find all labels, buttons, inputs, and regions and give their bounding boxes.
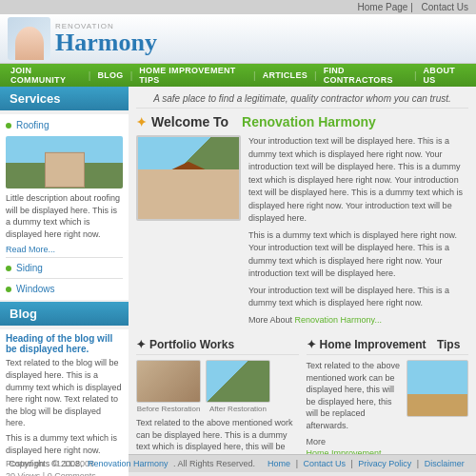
portfolio-title-text: Portfolio Works xyxy=(149,338,234,351)
roofing-dot xyxy=(6,123,11,129)
improvement-image xyxy=(407,360,468,417)
welcome-para-1: Your introduction text will be displayed… xyxy=(248,135,468,226)
improvement-title-text: Home Improvement xyxy=(320,338,426,351)
logo-area: RENOVATION Harmony xyxy=(55,23,157,55)
improvement-more: More Home Improvement Tips... xyxy=(307,436,403,454)
nav-articles[interactable]: Articles xyxy=(256,64,314,87)
after-label: After Restoration xyxy=(206,405,270,413)
improvement-title-text-2: Tips xyxy=(437,338,460,351)
siding-label: Siding xyxy=(16,263,43,273)
welcome-star-icon: ✦ xyxy=(136,115,147,129)
before-image-wrapper: Before Restoration xyxy=(136,360,201,413)
contact-us-link[interactable]: Contact Us xyxy=(422,2,468,12)
welcome-para-3: Your introduction text will be displayed… xyxy=(248,285,468,310)
before-label: Before Restoration xyxy=(136,405,201,413)
footer-brand[interactable]: Renovation Harmony xyxy=(88,459,169,468)
improvement-title: ✦ Home Improvement Tips xyxy=(307,338,469,355)
windows-dot xyxy=(6,287,11,292)
welcome-layout: Your introduction text will be displayed… xyxy=(136,135,468,330)
services-header: Services xyxy=(0,87,129,110)
portfolio-section: ✦ Portfolio Works Before Restoration Aft… xyxy=(136,338,299,454)
nav-blog[interactable]: Blog xyxy=(90,64,129,87)
portfolio-star-icon: ✦ xyxy=(136,338,146,351)
blog-text-1: Text related to the blog will be display… xyxy=(6,357,123,429)
roofing-description: Little description about roofing will be… xyxy=(6,192,123,240)
before-image xyxy=(136,360,201,403)
windows-label: Windows xyxy=(16,284,55,294)
portfolio-title: ✦ Portfolio Works xyxy=(136,338,299,355)
header: RENOVATION Harmony xyxy=(0,14,476,64)
footer-disclaimer-link[interactable]: Disclaimer xyxy=(425,459,465,468)
blog-header: Blog xyxy=(0,302,129,326)
sidebar-divider-2 xyxy=(6,278,123,279)
sidebar: Services Roofing Little description abou… xyxy=(0,87,129,454)
nav-join-community[interactable]: Join Community xyxy=(4,64,89,87)
welcome-para-2: This is a dummy text which is displayed … xyxy=(248,229,468,281)
portfolio-images: Before Restoration After Restoration xyxy=(136,360,299,413)
main-content: A safe place to find a legitimate, quali… xyxy=(129,87,476,454)
footer-rights: . All Rights Reserved. xyxy=(173,459,255,468)
roofing-link[interactable]: Roofing xyxy=(6,118,123,132)
welcome-image xyxy=(136,135,241,221)
improvement-star-icon: ✦ xyxy=(307,338,316,351)
welcome-more-link-text: Renovation Harmony... xyxy=(295,315,382,325)
improvement-text: Text related to the above mentioned work… xyxy=(307,360,403,432)
footer-contact-link[interactable]: Contact Us xyxy=(303,459,346,468)
siding-dot xyxy=(6,266,11,271)
roofing-label: Roofing xyxy=(16,120,49,130)
logo-image xyxy=(8,17,50,60)
services-content: Roofing Little description about roofing… xyxy=(0,114,129,300)
after-image xyxy=(206,360,270,403)
improvement-more-link-text: Home Improvement Tips... xyxy=(307,448,382,454)
after-image-wrapper: After Restoration xyxy=(206,360,270,413)
footer-privacy-link[interactable]: Privacy Policy xyxy=(358,459,411,468)
welcome-more-text: More About xyxy=(248,315,292,325)
improvement-text-block: Text related to the above mentioned work… xyxy=(307,360,403,454)
blog-content: Heading of the blog will be displayed he… xyxy=(0,329,129,476)
portfolio-text: Text related to the above mentioned work… xyxy=(136,417,299,454)
roofing-image xyxy=(6,136,123,188)
windows-link[interactable]: Windows xyxy=(6,282,123,296)
tagline: A safe place to find a legitimate, quali… xyxy=(136,90,468,109)
home-page-link[interactable]: Home Page xyxy=(358,2,408,12)
improvement-more-link[interactable]: Home Improvement Tips... xyxy=(307,448,382,454)
nav-home-improvement[interactable]: Home Improvement Tips xyxy=(132,64,253,87)
nav-find-contractors[interactable]: Find Contractors xyxy=(317,64,414,87)
roofing-read-more[interactable]: Read More... xyxy=(6,245,55,254)
improvement-more-text: More xyxy=(307,437,327,446)
welcome-img-house xyxy=(138,169,239,219)
improvement-layout: Text related to the above mentioned work… xyxy=(307,360,469,454)
welcome-more-link[interactable]: Renovation Harmony... xyxy=(295,315,382,325)
blog-post-heading[interactable]: Heading of the blog will be displayed he… xyxy=(6,333,123,354)
improvement-section: ✦ Home Improvement Tips Text related to … xyxy=(307,338,469,454)
blog-text-2: This is a dummy text which is displayed … xyxy=(6,432,123,456)
blog-stats: 20 Views | 0 Comments xyxy=(6,471,123,476)
bottom-sections: ✦ Portfolio Works Before Restoration Aft… xyxy=(136,338,468,454)
welcome-section: ✦ Welcome To Renovation Harmony Your int… xyxy=(136,114,468,330)
welcome-title-text: Welcome To xyxy=(151,114,228,129)
welcome-text-block: Your introduction text will be displayed… xyxy=(248,135,468,330)
welcome-title-highlight: Renovation Harmony xyxy=(242,114,376,129)
sidebar-divider-1 xyxy=(6,257,123,258)
roofing-house-img xyxy=(6,136,123,188)
nav-about-us[interactable]: About Us xyxy=(417,64,472,87)
footer-copyright: Copyrights © 2008, xyxy=(9,459,82,468)
welcome-more: More About Renovation Harmony... xyxy=(248,314,468,327)
top-bar: Home Page | Contact Us xyxy=(0,0,476,14)
logo-harmony-text: Harmony xyxy=(55,30,157,55)
navigation: Join Community | Blog | Home Improvement… xyxy=(0,64,476,87)
siding-link[interactable]: Siding xyxy=(6,261,123,275)
footer-home-link[interactable]: Home xyxy=(268,459,290,468)
main-wrapper: Services Roofing Little description abou… xyxy=(0,87,476,454)
welcome-title: ✦ Welcome To Renovation Harmony xyxy=(136,114,468,129)
